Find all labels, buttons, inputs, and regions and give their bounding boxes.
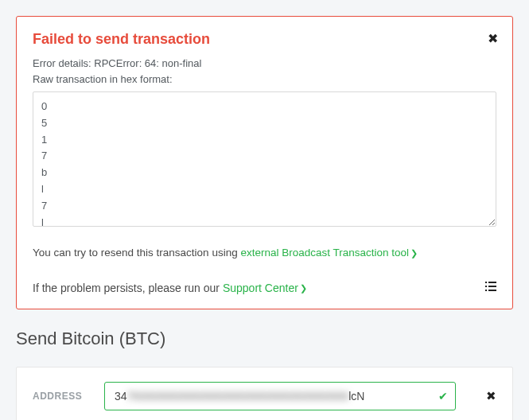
page-title: Send Bitcoin (BTC) <box>16 329 513 349</box>
error-details: Error details: RPCError: 64: non-final <box>33 56 496 72</box>
chevron-right-icon: ❯ <box>410 248 418 258</box>
alert-title: Failed to send transaction <box>33 31 496 48</box>
persist-line: If the problem persists, please run our … <box>33 282 307 294</box>
clear-icon[interactable]: ✖ <box>486 389 496 403</box>
address-input-wrap: 347XXXXXXXXXXXXXXXXXXXXXXXXXXXXXlcN ✔ <box>104 382 456 410</box>
support-center-link[interactable]: Support Center❯ <box>223 282 307 294</box>
resend-text: You can try to resend this transaction u… <box>33 247 240 259</box>
alert-footer: If the problem persists, please run our … <box>33 281 496 294</box>
resend-line: You can try to resend this transaction u… <box>33 247 496 259</box>
raw-hex-label: Raw transaction in hex format: <box>33 72 496 88</box>
close-icon[interactable]: ✖ <box>488 31 498 46</box>
address-card: ADDRESS 347XXXXXXXXXXXXXXXXXXXXXXXXXXXXX… <box>16 367 513 420</box>
svg-rect-5 <box>488 290 496 291</box>
address-input[interactable]: 347XXXXXXXXXXXXXXXXXXXXXXXXXXXXXlcN <box>104 382 456 410</box>
error-alert: Failed to send transaction ✖ Error detai… <box>16 16 513 309</box>
svg-rect-3 <box>488 286 496 287</box>
list-icon[interactable] <box>485 281 496 294</box>
address-label: ADDRESS <box>33 391 90 402</box>
persist-text: If the problem persists, please run our <box>33 282 223 294</box>
chevron-right-icon: ❯ <box>300 283 307 293</box>
svg-rect-4 <box>485 290 487 291</box>
svg-rect-1 <box>488 282 496 283</box>
check-icon: ✔ <box>438 390 448 402</box>
svg-rect-2 <box>485 286 487 287</box>
svg-rect-0 <box>485 282 487 283</box>
raw-hex-textarea[interactable]: 0 5 1 <box>33 91 496 227</box>
broadcast-tool-link[interactable]: external Broadcast Transaction tool❯ <box>240 247 418 259</box>
